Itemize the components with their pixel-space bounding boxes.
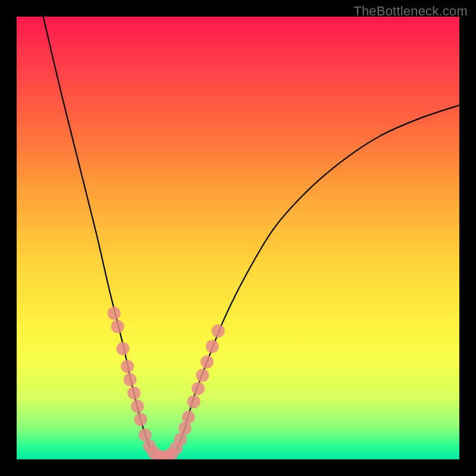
marker-dot xyxy=(121,360,134,373)
marker-dot xyxy=(187,395,201,408)
chart-svg xyxy=(17,17,459,459)
marker-dot xyxy=(108,306,121,320)
marker-dot xyxy=(212,324,225,337)
marker-dot xyxy=(134,413,147,426)
marker-dot xyxy=(123,373,136,386)
marker-dot xyxy=(127,386,140,399)
marker-layer xyxy=(108,306,225,459)
marker-dot xyxy=(131,400,144,413)
chart-plot-area xyxy=(17,17,459,459)
marker-dot xyxy=(117,342,130,355)
curve-layer xyxy=(43,17,459,458)
marker-dot xyxy=(111,320,124,333)
chart-frame: TheBottleneck.com xyxy=(0,0,476,476)
marker-dot xyxy=(206,340,219,353)
marker-dot xyxy=(178,422,192,435)
marker-dot xyxy=(196,369,209,382)
marker-dot xyxy=(201,355,214,368)
marker-dot xyxy=(192,382,205,395)
watermark-text: TheBottleneck.com xyxy=(353,4,468,19)
marker-dot xyxy=(182,411,195,424)
bottleneck-curve xyxy=(43,17,459,458)
